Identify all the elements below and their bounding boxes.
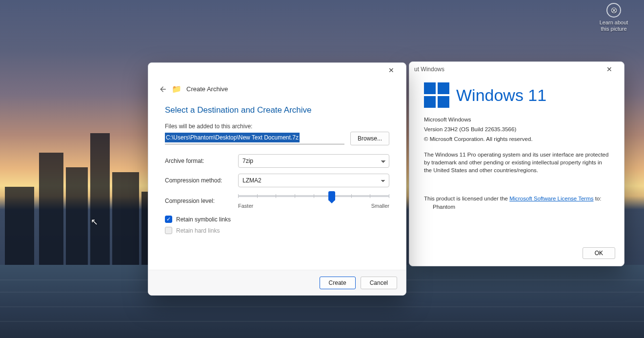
create-button[interactable]: Create <box>320 277 356 289</box>
back-button[interactable] <box>158 85 167 94</box>
destination-path-value: C:\Users\Phantom\Desktop\New Text Docume… <box>165 133 300 142</box>
arrow-left-icon <box>158 85 167 94</box>
windows-brand-text: Windows 11 <box>456 86 546 105</box>
files-label: Files will be added to this archive: <box>165 123 389 130</box>
create-archive-dialog: ✕ 📁 Create Archive Select a Destination … <box>148 62 406 296</box>
archive-format-label: Archive format: <box>165 158 238 164</box>
about-license-suffix: to: <box>594 196 602 201</box>
slider-thumb[interactable] <box>328 191 335 201</box>
close-icon: ✕ <box>388 66 394 74</box>
retain-symbolic-label: Retain symbolic links <box>176 216 231 223</box>
dialog-heading: Select a Destination and Create Archive <box>165 105 389 115</box>
compression-level-slider[interactable] <box>238 195 389 197</box>
retain-symbolic-links-checkbox[interactable]: ✓ Retain symbolic links <box>165 216 389 223</box>
about-title: ut Windows <box>414 66 444 73</box>
checkbox-checked-icon: ✓ <box>165 216 172 223</box>
slider-label-smaller: Smaller <box>371 203 389 209</box>
retain-hard-label: Retain hard links <box>176 227 220 234</box>
checkbox-disabled-icon <box>165 227 172 234</box>
close-button[interactable]: ✕ <box>382 63 401 77</box>
about-copyright: © Microsoft Corporation. All rights rese… <box>424 135 611 143</box>
folder-icon: 📁 <box>172 84 181 94</box>
about-licensed-user: Phantom <box>424 204 611 210</box>
compression-method-select[interactable]: LZMA2 <box>238 174 389 187</box>
dialog-header-title: Create Archive <box>186 85 228 93</box>
cancel-button[interactable]: Cancel <box>361 277 397 289</box>
about-license-prefix: This product is licensed under the <box>424 196 509 201</box>
destination-path-input[interactable]: C:\Users\Phantom\Desktop\New Text Docume… <box>165 133 344 144</box>
about-version: Version 23H2 (OS Build 22635.3566) <box>424 125 611 133</box>
about-windows-dialog: ut Windows ✕ Windows 11 Microsoft Window… <box>409 61 624 266</box>
compression-method-label: Compression method: <box>165 177 238 184</box>
desktop-icon-label: Learn about this picture <box>593 20 634 32</box>
archive-format-select[interactable]: 7zip <box>238 154 389 168</box>
mouse-cursor-icon: ↖ <box>91 217 98 227</box>
info-cross-icon: ⊗ <box>606 3 621 18</box>
close-icon: ✕ <box>606 65 612 73</box>
compression-level-label: Compression level: <box>165 198 238 204</box>
slider-label-faster: Faster <box>238 203 253 209</box>
license-terms-link[interactable]: Microsoft Software License Terms <box>509 196 593 201</box>
about-legal: The Windows 11 Pro operating system and … <box>424 151 611 174</box>
retain-hard-links-checkbox: Retain hard links <box>165 227 389 234</box>
desktop-icon-learn-about-picture[interactable]: ⊗ Learn about this picture <box>593 3 634 32</box>
windows-logo-icon <box>424 82 449 108</box>
about-license-line: This product is licensed under the Micro… <box>424 195 611 203</box>
ok-button[interactable]: OK <box>583 247 615 259</box>
close-button[interactable]: ✕ <box>600 62 619 76</box>
about-product: Microsoft Windows <box>424 116 611 123</box>
browse-button[interactable]: Browse... <box>350 132 389 145</box>
